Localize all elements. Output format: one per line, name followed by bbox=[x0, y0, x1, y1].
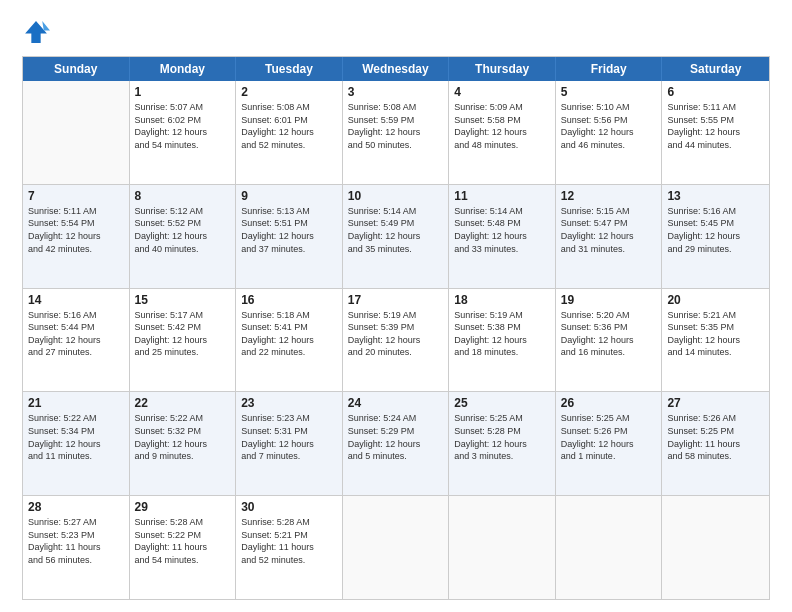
header-day-monday: Monday bbox=[130, 57, 237, 81]
cell-line: and 16 minutes. bbox=[561, 346, 657, 359]
cell-line: Sunset: 5:54 PM bbox=[28, 217, 124, 230]
cell-line: Sunset: 5:21 PM bbox=[241, 529, 337, 542]
cell-line: Sunset: 6:02 PM bbox=[135, 114, 231, 127]
cell-line: Sunset: 5:31 PM bbox=[241, 425, 337, 438]
logo-icon bbox=[22, 18, 50, 46]
cell-line: Sunset: 5:47 PM bbox=[561, 217, 657, 230]
cell-line: and 56 minutes. bbox=[28, 554, 124, 567]
cal-cell-day-5: 5Sunrise: 5:10 AMSunset: 5:56 PMDaylight… bbox=[556, 81, 663, 184]
cell-line: Sunrise: 5:11 AM bbox=[28, 205, 124, 218]
header-day-tuesday: Tuesday bbox=[236, 57, 343, 81]
cal-row-0: 1Sunrise: 5:07 AMSunset: 6:02 PMDaylight… bbox=[23, 81, 769, 184]
cell-line: Sunrise: 5:13 AM bbox=[241, 205, 337, 218]
cal-cell-day-30: 30Sunrise: 5:28 AMSunset: 5:21 PMDayligh… bbox=[236, 496, 343, 599]
cal-row-1: 7Sunrise: 5:11 AMSunset: 5:54 PMDaylight… bbox=[23, 184, 769, 288]
cell-line: Sunrise: 5:08 AM bbox=[241, 101, 337, 114]
cal-cell-day-7: 7Sunrise: 5:11 AMSunset: 5:54 PMDaylight… bbox=[23, 185, 130, 288]
cell-line: Sunrise: 5:08 AM bbox=[348, 101, 444, 114]
cell-line: and 44 minutes. bbox=[667, 139, 764, 152]
cell-line: and 11 minutes. bbox=[28, 450, 124, 463]
cell-line: Daylight: 12 hours bbox=[28, 230, 124, 243]
cal-cell-day-20: 20Sunrise: 5:21 AMSunset: 5:35 PMDayligh… bbox=[662, 289, 769, 392]
day-number: 30 bbox=[241, 500, 337, 514]
cell-line: and 50 minutes. bbox=[348, 139, 444, 152]
cell-line: and 40 minutes. bbox=[135, 243, 231, 256]
cell-line: Sunrise: 5:16 AM bbox=[667, 205, 764, 218]
day-number: 16 bbox=[241, 293, 337, 307]
cal-cell-day-28: 28Sunrise: 5:27 AMSunset: 5:23 PMDayligh… bbox=[23, 496, 130, 599]
calendar-body: 1Sunrise: 5:07 AMSunset: 6:02 PMDaylight… bbox=[23, 81, 769, 599]
cell-line: and 37 minutes. bbox=[241, 243, 337, 256]
cal-cell-day-16: 16Sunrise: 5:18 AMSunset: 5:41 PMDayligh… bbox=[236, 289, 343, 392]
cell-line: Daylight: 12 hours bbox=[135, 126, 231, 139]
day-number: 2 bbox=[241, 85, 337, 99]
cell-line: Sunrise: 5:27 AM bbox=[28, 516, 124, 529]
cell-line: Daylight: 12 hours bbox=[241, 230, 337, 243]
cal-cell-empty bbox=[662, 496, 769, 599]
day-number: 26 bbox=[561, 396, 657, 410]
cal-cell-day-12: 12Sunrise: 5:15 AMSunset: 5:47 PMDayligh… bbox=[556, 185, 663, 288]
cell-line: and 54 minutes. bbox=[135, 139, 231, 152]
cal-cell-day-21: 21Sunrise: 5:22 AMSunset: 5:34 PMDayligh… bbox=[23, 392, 130, 495]
header-day-thursday: Thursday bbox=[449, 57, 556, 81]
cell-line: and 5 minutes. bbox=[348, 450, 444, 463]
cal-cell-day-27: 27Sunrise: 5:26 AMSunset: 5:25 PMDayligh… bbox=[662, 392, 769, 495]
cal-cell-day-8: 8Sunrise: 5:12 AMSunset: 5:52 PMDaylight… bbox=[130, 185, 237, 288]
cell-line: Sunset: 5:55 PM bbox=[667, 114, 764, 127]
cell-line: Daylight: 12 hours bbox=[241, 334, 337, 347]
day-number: 19 bbox=[561, 293, 657, 307]
cell-line: and 9 minutes. bbox=[135, 450, 231, 463]
cell-line: Sunset: 5:42 PM bbox=[135, 321, 231, 334]
cell-line: Sunrise: 5:21 AM bbox=[667, 309, 764, 322]
cal-cell-day-6: 6Sunrise: 5:11 AMSunset: 5:55 PMDaylight… bbox=[662, 81, 769, 184]
cell-line: Sunrise: 5:22 AM bbox=[28, 412, 124, 425]
cal-cell-day-22: 22Sunrise: 5:22 AMSunset: 5:32 PMDayligh… bbox=[130, 392, 237, 495]
cell-line: Sunset: 5:48 PM bbox=[454, 217, 550, 230]
day-number: 12 bbox=[561, 189, 657, 203]
cal-cell-day-1: 1Sunrise: 5:07 AMSunset: 6:02 PMDaylight… bbox=[130, 81, 237, 184]
cal-cell-empty bbox=[343, 496, 450, 599]
cell-line: Sunrise: 5:22 AM bbox=[135, 412, 231, 425]
cell-line: and 52 minutes. bbox=[241, 139, 337, 152]
day-number: 25 bbox=[454, 396, 550, 410]
day-number: 5 bbox=[561, 85, 657, 99]
calendar: SundayMondayTuesdayWednesdayThursdayFrid… bbox=[22, 56, 770, 600]
day-number: 29 bbox=[135, 500, 231, 514]
cal-cell-day-4: 4Sunrise: 5:09 AMSunset: 5:58 PMDaylight… bbox=[449, 81, 556, 184]
header-day-friday: Friday bbox=[556, 57, 663, 81]
cell-line: Daylight: 11 hours bbox=[135, 541, 231, 554]
cal-cell-day-17: 17Sunrise: 5:19 AMSunset: 5:39 PMDayligh… bbox=[343, 289, 450, 392]
day-number: 15 bbox=[135, 293, 231, 307]
svg-marker-1 bbox=[42, 21, 50, 30]
cell-line: Daylight: 12 hours bbox=[667, 230, 764, 243]
cal-cell-day-26: 26Sunrise: 5:25 AMSunset: 5:26 PMDayligh… bbox=[556, 392, 663, 495]
cell-line: Daylight: 12 hours bbox=[241, 126, 337, 139]
cell-line: Sunset: 5:34 PM bbox=[28, 425, 124, 438]
cell-line: Daylight: 12 hours bbox=[454, 126, 550, 139]
cell-line: Sunrise: 5:18 AM bbox=[241, 309, 337, 322]
cal-cell-day-24: 24Sunrise: 5:24 AMSunset: 5:29 PMDayligh… bbox=[343, 392, 450, 495]
cell-line: Sunrise: 5:12 AM bbox=[135, 205, 231, 218]
page: SundayMondayTuesdayWednesdayThursdayFrid… bbox=[0, 0, 792, 612]
cal-cell-empty bbox=[23, 81, 130, 184]
cell-line: Sunset: 5:36 PM bbox=[561, 321, 657, 334]
header-day-sunday: Sunday bbox=[23, 57, 130, 81]
day-number: 24 bbox=[348, 396, 444, 410]
cell-line: Daylight: 12 hours bbox=[348, 230, 444, 243]
cell-line: Sunset: 5:26 PM bbox=[561, 425, 657, 438]
cell-line: and 22 minutes. bbox=[241, 346, 337, 359]
cal-row-4: 28Sunrise: 5:27 AMSunset: 5:23 PMDayligh… bbox=[23, 495, 769, 599]
cell-line: and 48 minutes. bbox=[454, 139, 550, 152]
cell-line: and 3 minutes. bbox=[454, 450, 550, 463]
cal-cell-day-11: 11Sunrise: 5:14 AMSunset: 5:48 PMDayligh… bbox=[449, 185, 556, 288]
cal-row-3: 21Sunrise: 5:22 AMSunset: 5:34 PMDayligh… bbox=[23, 391, 769, 495]
day-number: 27 bbox=[667, 396, 764, 410]
cell-line: Sunrise: 5:28 AM bbox=[135, 516, 231, 529]
cal-cell-day-23: 23Sunrise: 5:23 AMSunset: 5:31 PMDayligh… bbox=[236, 392, 343, 495]
day-number: 6 bbox=[667, 85, 764, 99]
cal-cell-day-3: 3Sunrise: 5:08 AMSunset: 5:59 PMDaylight… bbox=[343, 81, 450, 184]
cell-line: and 1 minute. bbox=[561, 450, 657, 463]
cell-line: Sunset: 5:22 PM bbox=[135, 529, 231, 542]
cell-line: Sunset: 5:23 PM bbox=[28, 529, 124, 542]
cell-line: Daylight: 12 hours bbox=[135, 334, 231, 347]
